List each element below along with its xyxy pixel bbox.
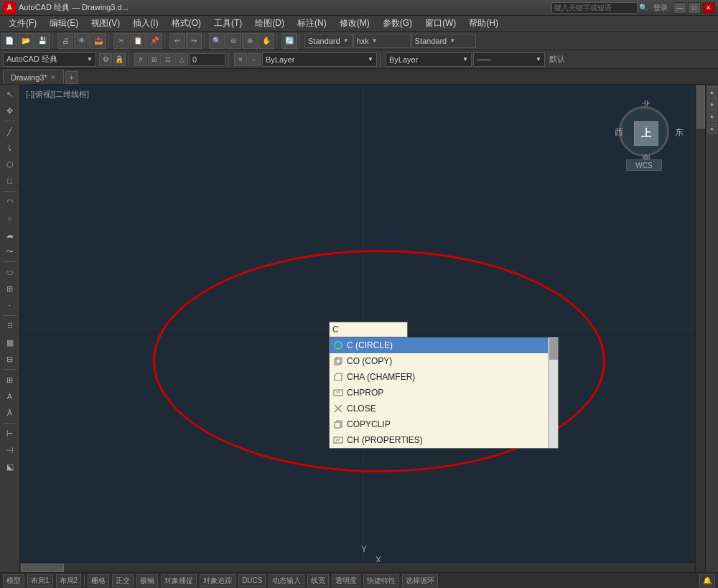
layer-manager-btn[interactable]: ≡ <box>234 53 247 66</box>
tb-3drotate[interactable]: 🔄 <box>281 33 297 49</box>
sb-model-btn[interactable]: 模型 <box>3 574 24 587</box>
lt-circle[interactable]: ○ <box>2 210 18 226</box>
search-input[interactable] <box>551 2 638 14</box>
sb-otrack-btn[interactable]: 对象追踪 <box>200 574 236 587</box>
tb2-lock[interactable]: 🔒 <box>113 53 126 66</box>
sb-layout2-btn[interactable]: 布局2 <box>56 574 82 587</box>
lt-dim-aligned[interactable]: ⊣ <box>2 442 18 458</box>
menu-param[interactable]: 参数(G) <box>377 16 418 31</box>
lt-arc[interactable]: ◠ <box>2 194 18 210</box>
menu-draw[interactable]: 绘图(D) <box>249 16 290 31</box>
lt-polyline[interactable]: ⤹ <box>2 140 18 156</box>
tb-zoom-prev[interactable]: ⊖ <box>225 33 241 49</box>
menu-format[interactable]: 格式(O) <box>166 16 207 31</box>
lt-polygon[interactable]: ⬡ <box>2 157 18 172</box>
linetype-dropdown[interactable]: ByLayer ▼ <box>386 52 472 67</box>
new-tab-btn[interactable]: + <box>65 71 78 84</box>
sb-sel-btn[interactable]: 选择循环 <box>402 574 438 587</box>
sb-tpoly-btn[interactable]: 透明度 <box>332 574 360 587</box>
ac-item-copy[interactable]: CO (COPY) <box>330 353 558 369</box>
menu-dimension[interactable]: 标注(N) <box>292 16 332 31</box>
tb-size-dropdown[interactable]: Standard ▼ <box>411 34 476 48</box>
tab-close-btn[interactable]: ✕ <box>50 74 56 81</box>
lt-mtext[interactable]: Ā <box>2 405 18 421</box>
sb-ducs-btn[interactable]: DUCS <box>238 574 266 587</box>
tb-zoom-all[interactable]: ⊕ <box>242 33 258 49</box>
menu-help[interactable]: 帮助(H) <box>463 16 504 31</box>
compass-wcs-label[interactable]: WCS <box>626 159 662 171</box>
lt-gradient[interactable]: ▦ <box>2 335 18 350</box>
ortho-btn[interactable]: ⊡ <box>162 53 174 66</box>
lt-line[interactable]: ╱ <box>2 123 18 139</box>
canvas-scroll-thumb-v[interactable] <box>696 85 705 129</box>
lt-text[interactable]: A <box>2 388 18 404</box>
tb-pan[interactable]: ✋ <box>258 33 274 49</box>
sb-dyn-btn[interactable]: 动态输入 <box>269 574 304 587</box>
layer-prev-btn[interactable]: ← <box>248 53 261 66</box>
lt-cloud[interactable]: ☁ <box>2 227 18 243</box>
close-button[interactable]: ✕ <box>702 2 715 14</box>
tb-print[interactable]: 🖨 <box>57 33 73 49</box>
rt-btn-4[interactable]: ● <box>707 123 717 134</box>
snap-btn[interactable]: ⊞ <box>148 53 161 66</box>
lt-select[interactable]: ↖ <box>2 86 18 102</box>
tb-copy[interactable]: 📋 <box>130 33 146 49</box>
sb-snap-btn[interactable]: 栅格 <box>88 574 109 587</box>
rt-btn-1[interactable]: ▲ <box>707 86 717 98</box>
lt-dim-linear[interactable]: ⊢ <box>2 426 18 442</box>
workspace-dropdown[interactable]: AutoCAD 经典 ▼ <box>3 52 96 67</box>
sb-qp-btn[interactable]: 快捷特性 <box>363 574 399 587</box>
menu-file[interactable]: 文件(F) <box>3 16 42 31</box>
ac-item-properties[interactable]: CH (PROPERTIES) <box>330 432 558 448</box>
canvas-area[interactable]: [-][俯视][二维线框] Y X 北 上 西 东 南 WCS C <box>20 85 705 572</box>
lt-move[interactable]: ✥ <box>2 103 18 118</box>
lt-surface[interactable]: ⬕ <box>2 459 18 475</box>
ac-item-circle[interactable]: C (CIRCLE) <box>330 337 558 353</box>
tb-font-dropdown[interactable]: hxk ▼ <box>353 34 411 48</box>
menu-edit[interactable]: 编辑(E) <box>44 16 84 31</box>
menu-tools[interactable]: 工具(T) <box>208 16 248 31</box>
sb-lw-btn[interactable]: 线宽 <box>307 574 329 587</box>
coord-input[interactable] <box>190 53 225 66</box>
sb-ortho-btn[interactable]: 正交 <box>112 574 134 587</box>
tb-undo[interactable]: ↩ <box>169 33 185 49</box>
tb2-settings[interactable]: ⚙ <box>99 53 112 66</box>
restore-button[interactable]: □ <box>688 2 701 14</box>
canvas-scrollbar-h[interactable] <box>20 562 695 572</box>
lineweight-dropdown[interactable]: —— ▼ <box>473 52 545 67</box>
ac-item-chamfer[interactable]: CHA (CHAMFER) <box>330 369 558 385</box>
ac-scroll-thumb[interactable] <box>549 338 558 360</box>
canvas-scroll-thumb-h[interactable] <box>21 564 64 572</box>
tb-print-preview[interactable]: 👁 <box>74 33 90 49</box>
tb-cut[interactable]: ✂ <box>113 33 129 49</box>
tb-paste[interactable]: 📌 <box>146 33 162 49</box>
tb-redo[interactable]: ↪ <box>186 33 202 49</box>
snap-grid[interactable]: # <box>134 53 147 66</box>
menu-view[interactable]: 视图(V) <box>85 16 126 31</box>
lt-spline[interactable]: 〜 <box>2 243 18 259</box>
lt-ellipse[interactable]: ⬭ <box>2 264 18 280</box>
sb-layout1-btn[interactable]: 布局1 <box>27 574 53 587</box>
sb-clean-btn[interactable]: 🔔 <box>699 574 715 587</box>
lt-hatch[interactable]: ⠿ <box>2 318 18 334</box>
ac-item-chprop[interactable]: CHPROP <box>330 385 558 401</box>
menu-insert[interactable]: 插入(I) <box>127 16 164 31</box>
lt-point[interactable]: · <box>2 297 18 313</box>
polar-btn[interactable]: △ <box>175 53 188 66</box>
sb-polar-btn[interactable]: 极轴 <box>136 574 158 587</box>
ac-item-copyclip[interactable]: COPYCLIP <box>330 416 558 432</box>
tb-save[interactable]: 💾 <box>34 33 50 49</box>
ac-item-close[interactable]: CLOSE <box>330 401 558 416</box>
minimize-button[interactable]: — <box>673 2 686 14</box>
menu-modify[interactable]: 修改(M) <box>334 16 376 31</box>
lt-rect[interactable]: □ <box>2 173 18 189</box>
user-label[interactable]: 登录 <box>653 3 668 13</box>
canvas-scrollbar-v[interactable] <box>695 85 705 572</box>
tab-drawing3[interactable]: Drawing3* ✕ <box>3 70 64 84</box>
lt-region[interactable]: ⊟ <box>2 351 18 367</box>
layer-dropdown[interactable]: ByLayer ▼ <box>262 52 377 67</box>
rt-btn-2[interactable]: ● <box>707 98 717 110</box>
menu-window[interactable]: 窗口(W) <box>419 16 462 31</box>
lt-insert[interactable]: ⊞ <box>2 281 18 297</box>
tb-zoom-win[interactable]: 🔍 <box>209 33 225 49</box>
